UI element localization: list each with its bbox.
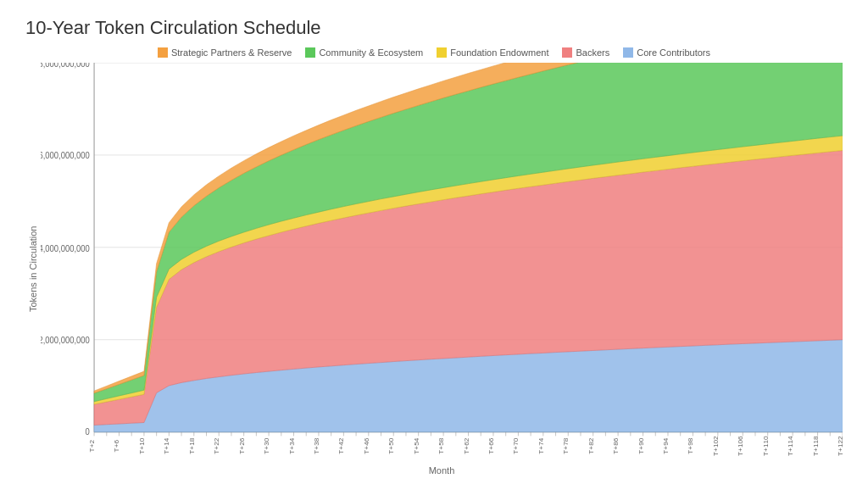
svg-text:T+30: T+30	[263, 437, 270, 454]
legend-color-community	[305, 47, 315, 58]
page-title: 10-Year Token Circulation Schedule	[25, 17, 843, 39]
chart-svg: 8,000,000,000 6,000,000,000 4,000,000,00…	[41, 63, 843, 462]
chart-area: Strategic Partners & Reserve Community &…	[25, 47, 843, 476]
svg-text:T+46: T+46	[363, 438, 370, 454]
svg-text:T+38: T+38	[313, 438, 320, 454]
chart-inner: 8,000,000,000 6,000,000,000 4,000,000,00…	[41, 63, 843, 476]
legend-label-core: Core Contributors	[637, 47, 710, 58]
svg-text:T+62: T+62	[463, 438, 470, 454]
svg-text:T+114: T+114	[787, 436, 794, 456]
legend-label-foundation: Foundation Endowment	[450, 47, 548, 58]
svg-text:T+6: T+6	[114, 440, 120, 452]
x-axis-label: Month	[41, 462, 843, 476]
svg-text:T+18: T+18	[188, 438, 195, 454]
svg-text:T+26: T+26	[238, 438, 245, 454]
svg-text:T+90: T+90	[637, 437, 644, 454]
svg-text:T+66: T+66	[487, 438, 494, 454]
svg-text:T+122: T+122	[837, 436, 843, 456]
legend-item-core: Core Contributors	[623, 47, 710, 58]
svg-text:4,000,000,000: 4,000,000,000	[41, 243, 90, 253]
svg-text:T+78: T+78	[563, 438, 570, 454]
legend-item-strategic: Strategic Partners & Reserve	[158, 47, 292, 58]
chart-canvas-area: 8,000,000,000 6,000,000,000 4,000,000,00…	[41, 63, 843, 462]
svg-text:T+22: T+22	[214, 438, 220, 454]
svg-text:T+70: T+70	[513, 437, 520, 454]
svg-text:T+34: T+34	[288, 437, 295, 454]
svg-text:T+102: T+102	[712, 436, 719, 456]
page-container: 10-Year Token Circulation Schedule Strat…	[0, 0, 868, 484]
legend-color-backers	[562, 47, 572, 58]
y-axis-label: Tokens in Circulation	[25, 63, 41, 476]
legend-label-backers: Backers	[576, 47, 609, 58]
legend-item-foundation: Foundation Endowment	[437, 47, 548, 58]
svg-text:2,000,000,000: 2,000,000,000	[41, 335, 90, 345]
svg-text:T+58: T+58	[438, 438, 445, 454]
svg-text:T+2: T+2	[88, 440, 95, 452]
svg-text:6,000,000,000: 6,000,000,000	[41, 151, 90, 161]
legend-color-strategic	[158, 47, 168, 58]
svg-text:T+98: T+98	[687, 438, 694, 454]
svg-text:8,000,000,000: 8,000,000,000	[41, 63, 90, 69]
chart-wrapper: Tokens in Circulation	[25, 63, 843, 476]
svg-text:T+54: T+54	[413, 437, 420, 454]
svg-text:T+118: T+118	[812, 436, 819, 456]
legend-item-community: Community & Ecosystem	[305, 47, 423, 58]
legend: Strategic Partners & Reserve Community &…	[25, 47, 843, 58]
legend-label-strategic: Strategic Partners & Reserve	[171, 47, 292, 58]
svg-text:T+106: T+106	[737, 436, 744, 456]
legend-label-community: Community & Ecosystem	[319, 47, 423, 58]
svg-text:T+42: T+42	[338, 438, 345, 454]
svg-text:T+74: T+74	[537, 437, 544, 454]
svg-text:T+94: T+94	[662, 437, 669, 454]
legend-item-backers: Backers	[562, 47, 609, 58]
svg-text:0: 0	[86, 427, 91, 437]
svg-text:T+14: T+14	[164, 437, 170, 454]
svg-text:T+86: T+86	[613, 438, 620, 454]
legend-color-foundation	[437, 47, 447, 58]
legend-color-core	[623, 47, 633, 58]
svg-text:T+50: T+50	[388, 437, 395, 454]
svg-text:T+110: T+110	[762, 436, 769, 456]
svg-text:T+10: T+10	[138, 437, 145, 454]
svg-text:T+82: T+82	[587, 438, 594, 454]
